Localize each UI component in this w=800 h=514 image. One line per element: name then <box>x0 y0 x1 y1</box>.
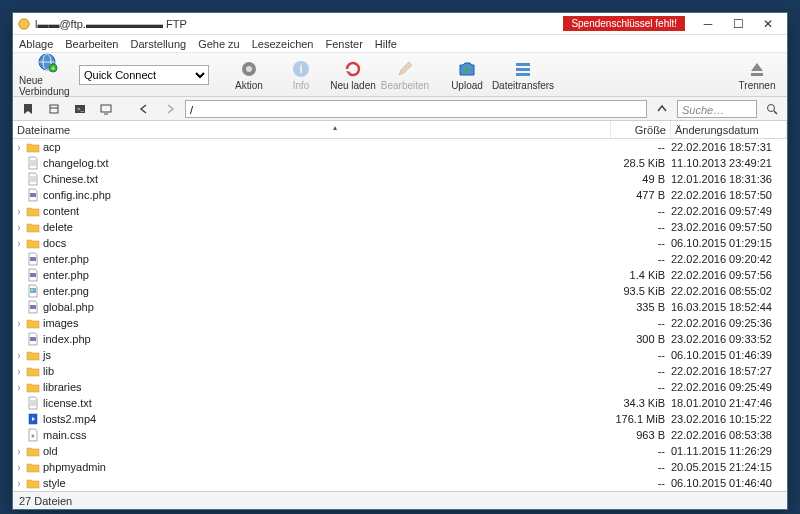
forward-button[interactable] <box>159 99 181 119</box>
search-input[interactable]: Suche… <box>677 100 757 118</box>
quick-connect-select[interactable]: Quick Connect <box>79 65 209 85</box>
globe-icon: + <box>35 52 59 74</box>
file-date: 23.02.2016 09:57:50 <box>671 221 787 233</box>
expand-icon[interactable]: › <box>13 318 25 329</box>
file-row[interactable]: #main.css963 B22.02.2016 08:53:38 <box>13 427 787 443</box>
file-row[interactable]: ›images--22.02.2016 09:25:36 <box>13 315 787 331</box>
file-date: 20.05.2015 21:24:15 <box>671 461 787 473</box>
history-icon <box>48 103 60 115</box>
file-row[interactable]: ›lib--22.02.2016 18:57:27 <box>13 363 787 379</box>
php-icon <box>25 332 41 346</box>
file-list[interactable]: ›acp--22.02.2016 18:57:31changelog.txt28… <box>13 139 787 491</box>
folder-icon <box>25 348 41 362</box>
file-date: 22.02.2016 09:25:36 <box>671 317 787 329</box>
css-icon: # <box>25 428 41 442</box>
transfers-button[interactable]: Dateitransfers <box>495 59 551 91</box>
folder-icon <box>25 204 41 218</box>
transfers-icon <box>513 59 533 79</box>
minimize-button[interactable]: ─ <box>693 14 723 34</box>
file-date: 22.02.2016 08:55:02 <box>671 285 787 297</box>
file-row[interactable]: index.php300 B23.02.2016 09:33:52 <box>13 331 787 347</box>
col-name[interactable]: Dateiname <box>13 121 611 138</box>
menu-fenster[interactable]: Fenster <box>326 38 363 50</box>
col-size[interactable]: Größe <box>611 121 671 138</box>
file-row[interactable]: global.php335 B16.03.2015 18:52:44 <box>13 299 787 315</box>
file-row[interactable]: enter.png93.5 KiB22.02.2016 08:55:02 <box>13 283 787 299</box>
file-name: enter.png <box>41 285 611 297</box>
close-button[interactable]: ✕ <box>753 14 783 34</box>
back-button[interactable] <box>133 99 155 119</box>
file-size: 93.5 KiB <box>611 285 671 297</box>
expand-icon[interactable]: › <box>13 462 25 473</box>
search-button[interactable] <box>761 99 783 119</box>
expand-icon[interactable]: › <box>13 206 25 217</box>
menu-hilfe[interactable]: Hilfe <box>375 38 397 50</box>
svg-text:i: i <box>299 63 302 75</box>
expand-icon[interactable]: › <box>13 382 25 393</box>
menu-darstellung[interactable]: Darstellung <box>130 38 186 50</box>
file-row[interactable]: ›docs--06.10.2015 01:29:15 <box>13 235 787 251</box>
svg-rect-10 <box>516 63 530 66</box>
column-header: Dateiname ▴ Größe Änderungsdatum <box>13 121 787 139</box>
menu-lesezeichen[interactable]: Lesezeichen <box>252 38 314 50</box>
file-name: old <box>41 445 611 457</box>
file-row[interactable]: ›old--01.11.2015 11:26:29 <box>13 443 787 459</box>
donate-banner[interactable]: Spendenschlüssel fehlt! <box>563 16 685 31</box>
txt-icon <box>25 156 41 170</box>
file-row[interactable]: config.inc.php477 B22.02.2016 18:57:50 <box>13 187 787 203</box>
svg-text:+: + <box>51 65 55 72</box>
file-row[interactable]: ›js--06.10.2015 01:46:39 <box>13 347 787 363</box>
bookmark-button[interactable] <box>17 99 39 119</box>
file-size: -- <box>611 237 671 249</box>
monitor-icon <box>100 103 112 115</box>
file-row[interactable]: ›phpmyadmin--20.05.2015 21:24:15 <box>13 459 787 475</box>
quick-connect[interactable]: Quick Connect <box>79 65 209 85</box>
file-date: 22.02.2016 09:20:42 <box>671 253 787 265</box>
file-row[interactable]: enter.php1.4 KiB22.02.2016 09:57:56 <box>13 267 787 283</box>
expand-icon[interactable]: › <box>13 350 25 361</box>
eject-icon <box>747 59 767 79</box>
path-input[interactable]: / <box>185 100 647 118</box>
file-row[interactable]: ›style--06.10.2015 01:46:40 <box>13 475 787 491</box>
svg-rect-30 <box>30 273 36 277</box>
action-button[interactable]: Aktion <box>225 59 273 91</box>
svg-rect-31 <box>30 288 36 293</box>
terminal-button[interactable]: >_ <box>69 99 91 119</box>
file-date: 11.10.2013 23:49:21 <box>671 157 787 169</box>
file-row[interactable]: losts2.mp4176.1 MiB23.02.2016 10:15:22 <box>13 411 787 427</box>
menu-ablage[interactable]: Ablage <box>19 38 53 50</box>
svg-rect-29 <box>30 257 36 261</box>
upload-button[interactable]: Upload <box>443 59 491 91</box>
menu-bearbeiten[interactable]: Bearbeiten <box>65 38 118 50</box>
disconnect-button[interactable]: Trennen <box>733 59 781 91</box>
expand-icon[interactable]: › <box>13 446 25 457</box>
file-row[interactable]: ›delete--23.02.2016 09:57:50 <box>13 219 787 235</box>
history-button[interactable] <box>43 99 65 119</box>
monitor-button[interactable] <box>95 99 117 119</box>
menubar: Ablage Bearbeiten Darstellung Gehe zu Le… <box>13 35 787 53</box>
file-row[interactable]: ›libraries--22.02.2016 09:25:49 <box>13 379 787 395</box>
reload-button[interactable]: Neu laden <box>329 59 377 91</box>
file-row[interactable]: changelog.txt28.5 KiB11.10.2013 23:49:21 <box>13 155 787 171</box>
file-row[interactable]: enter.php--22.02.2016 09:20:42 <box>13 251 787 267</box>
file-row[interactable]: ›acp--22.02.2016 18:57:31 <box>13 139 787 155</box>
file-size: -- <box>611 445 671 457</box>
up-button[interactable] <box>651 99 673 119</box>
media-icon <box>25 412 41 426</box>
toolbar: + Neue Verbindung Quick Connect Aktion i… <box>13 53 787 97</box>
file-row[interactable]: license.txt34.3 KiB18.01.2010 21:47:46 <box>13 395 787 411</box>
file-size: -- <box>611 317 671 329</box>
txt-icon <box>25 172 41 186</box>
maximize-button[interactable]: ☐ <box>723 14 753 34</box>
navbar: >_ / Suche… <box>13 97 787 121</box>
col-modified[interactable]: Änderungsdatum <box>671 121 787 138</box>
expand-icon[interactable]: › <box>13 142 25 153</box>
menu-gehezu[interactable]: Gehe zu <box>198 38 240 50</box>
expand-icon[interactable]: › <box>13 238 25 249</box>
new-connection-button[interactable]: + Neue Verbindung <box>19 52 75 97</box>
expand-icon[interactable]: › <box>13 366 25 377</box>
expand-icon[interactable]: › <box>13 222 25 233</box>
expand-icon[interactable]: › <box>13 478 25 489</box>
file-row[interactable]: ›content--22.02.2016 09:57:49 <box>13 203 787 219</box>
file-row[interactable]: Chinese.txt49 B12.01.2016 18:31:36 <box>13 171 787 187</box>
